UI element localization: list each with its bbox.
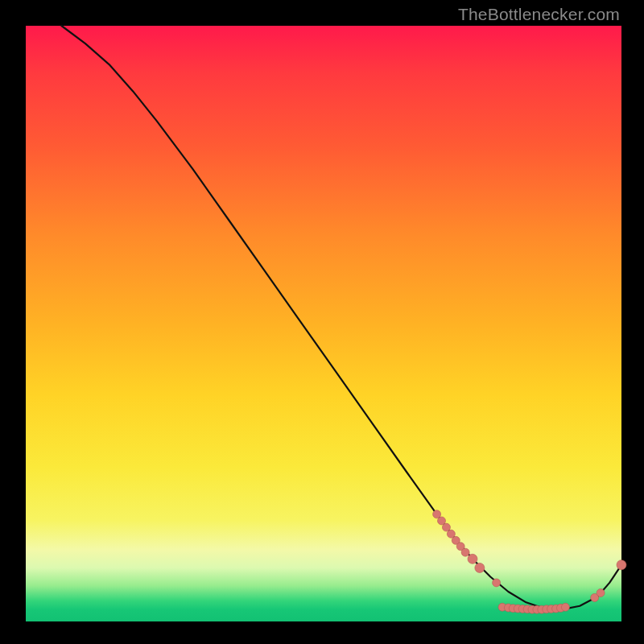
curve-svg (26, 26, 621, 621)
bottleneck-curve (61, 26, 621, 609)
data-marker (468, 554, 477, 564)
data-marker (597, 588, 605, 597)
data-marker (493, 579, 501, 587)
data-marker (617, 560, 626, 570)
plot-area (26, 26, 621, 621)
data-marker (461, 548, 469, 556)
data-marker (475, 563, 485, 572)
watermark-text: TheBottlenecker.com (458, 5, 620, 24)
chart-frame: TheBottlenecker.com (0, 0, 644, 644)
marker-layer (433, 510, 626, 613)
data-marker (561, 603, 569, 611)
